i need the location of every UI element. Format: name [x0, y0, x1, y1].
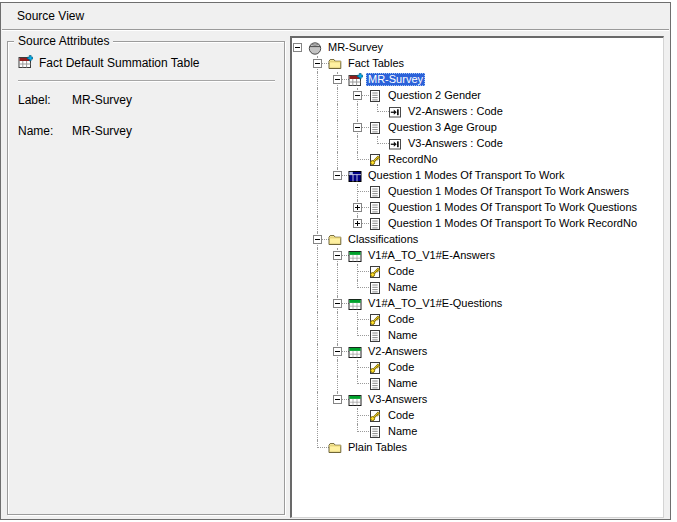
name-field-value: MR-Survey: [72, 124, 132, 138]
tree-node[interactable]: Code: [292, 408, 663, 424]
attributes-separator: [18, 80, 275, 81]
list-icon: [368, 89, 383, 103]
expander-minus-icon[interactable]: [313, 59, 322, 68]
tree-node[interactable]: Question 1 Modes Of Transport To Work An…: [292, 184, 663, 200]
tree-connector: [317, 376, 318, 392]
tree-node-label[interactable]: RecordNo: [386, 153, 440, 166]
list-icon: [368, 281, 383, 295]
tree-node-label[interactable]: Fact Tables: [346, 57, 406, 70]
tree-node[interactable]: Question 1 Modes Of Transport To Work Re…: [292, 216, 663, 232]
tree-node-label[interactable]: MR-Survey: [326, 41, 385, 54]
tree-connector: [357, 264, 358, 280]
tree-node[interactable]: Name: [292, 280, 663, 296]
tree-connector: [337, 280, 338, 296]
expander-minus-icon[interactable]: [333, 171, 342, 180]
tree-node-label[interactable]: Question 1 Modes Of Transport To Work Qu…: [386, 201, 639, 214]
tree-node-label[interactable]: V1#A_TO_V1#E-Questions: [366, 297, 504, 310]
tree-node[interactable]: Question 1 Modes Of Transport To Work: [292, 168, 663, 184]
expander-plus-icon[interactable]: [353, 219, 362, 228]
tree-node[interactable]: V1#A_TO_V1#E-Questions: [292, 296, 663, 312]
tree-node[interactable]: Code: [292, 264, 663, 280]
tree-node[interactable]: Code: [292, 360, 663, 376]
tree-node[interactable]: Name: [292, 424, 663, 440]
tree-node-label[interactable]: V3-Answers : Code: [406, 137, 505, 150]
expander-minus-icon[interactable]: [333, 395, 342, 404]
tree-node[interactable]: Name: [292, 328, 663, 344]
tree-node[interactable]: Fact Tables: [292, 56, 663, 72]
tree-connector: [317, 216, 318, 232]
tree-node[interactable]: Plain Tables: [292, 440, 663, 456]
tree-node[interactable]: V3-Answers : Code: [292, 136, 663, 152]
tree-node[interactable]: V2-Answers: [292, 344, 663, 360]
tree-connector: [317, 408, 318, 424]
source-view-window: Source View Source Attributes Fact Defau…: [0, 2, 671, 520]
tree-node-label[interactable]: V3-Answers: [366, 393, 429, 406]
expander-minus-icon[interactable]: [353, 91, 362, 100]
key-icon: [368, 153, 383, 167]
tree-node[interactable]: Name: [292, 376, 663, 392]
tree-node[interactable]: MR-Survey: [292, 40, 663, 56]
tree-node-label[interactable]: MR-Survey: [366, 73, 425, 86]
tree-node-label[interactable]: V2-Answers : Code: [406, 105, 505, 118]
tree-connector: [317, 264, 318, 280]
tree-node[interactable]: MR-Survey: [292, 72, 663, 88]
tree-node[interactable]: RecordNo: [292, 152, 663, 168]
tree-node-label[interactable]: Name: [386, 281, 419, 294]
source-tree[interactable]: MR-Survey Fact Tables MR-Survey Question…: [292, 38, 663, 517]
expander-minus-icon[interactable]: [313, 235, 322, 244]
tree-node-label[interactable]: Plain Tables: [346, 441, 409, 454]
tree-node-label[interactable]: Question 1 Modes Of Transport To Work: [366, 169, 566, 182]
list-icon: [368, 377, 383, 391]
tree-connector: [337, 312, 338, 328]
tree-node-label[interactable]: Name: [386, 329, 419, 342]
tree-node[interactable]: Question 1 Modes Of Transport To Work Qu…: [292, 200, 663, 216]
tree-connector: [317, 312, 318, 328]
expander-minus-icon[interactable]: [333, 251, 342, 260]
tree-node[interactable]: V3-Answers: [292, 392, 663, 408]
tree-node-label[interactable]: Question 2 Gender: [386, 89, 483, 102]
tree-connector: [317, 152, 318, 168]
tree-node-label[interactable]: Name: [386, 377, 419, 390]
fact-type-label: Fact Default Summation Table: [39, 56, 200, 70]
link-arrow-icon: [388, 137, 403, 151]
tree-node-label[interactable]: V1#A_TO_V1#E-Answers: [366, 249, 497, 262]
list-icon: [368, 201, 383, 215]
tree-node-label[interactable]: Question 1 Modes Of Transport To Work Re…: [386, 217, 639, 230]
tree-node-label[interactable]: Code: [386, 265, 416, 278]
tree-node-label[interactable]: Question 3 Age Group: [386, 121, 499, 134]
tree-node[interactable]: Code: [292, 312, 663, 328]
tree-node-label[interactable]: Code: [386, 361, 416, 374]
expander-minus-icon[interactable]: [293, 43, 302, 52]
expander-minus-icon[interactable]: [333, 299, 342, 308]
tree-panel[interactable]: MR-Survey Fact Tables MR-Survey Question…: [290, 36, 664, 518]
tree-connector: [317, 168, 318, 184]
tree-node[interactable]: Question 2 Gender: [292, 88, 663, 104]
tree-connector: [357, 104, 358, 120]
tree-connector: [357, 184, 358, 200]
tree-node[interactable]: V1#A_TO_V1#E-Answers: [292, 248, 663, 264]
tree-node-label[interactable]: Code: [386, 313, 416, 326]
tree-connector: [337, 360, 338, 376]
tree-node-label[interactable]: Name: [386, 425, 419, 438]
tree-connector: [337, 376, 338, 392]
tree-connector: [337, 88, 338, 104]
expander-minus-icon[interactable]: [333, 75, 342, 84]
tree-node[interactable]: V2-Answers : Code: [292, 104, 663, 120]
expander-minus-icon[interactable]: [353, 123, 362, 132]
fact-table-icon: [18, 55, 33, 69]
tree-node[interactable]: Classifications: [292, 232, 663, 248]
expander-minus-icon[interactable]: [333, 347, 342, 356]
tree-node-label[interactable]: V2-Answers: [366, 345, 429, 358]
expander-plus-icon[interactable]: [353, 203, 362, 212]
green-table-icon: [348, 297, 363, 311]
folder-icon: [328, 57, 343, 71]
green-table-icon: [348, 249, 363, 263]
tree-node-label[interactable]: Code: [386, 409, 416, 422]
list-icon: [368, 217, 383, 231]
tree-node-label[interactable]: Classifications: [346, 233, 420, 246]
tree-connector: [317, 280, 318, 296]
list-icon: [368, 121, 383, 135]
tree-connector: [317, 120, 318, 136]
tree-node-label[interactable]: Question 1 Modes Of Transport To Work An…: [386, 185, 631, 198]
tree-node[interactable]: Question 3 Age Group: [292, 120, 663, 136]
